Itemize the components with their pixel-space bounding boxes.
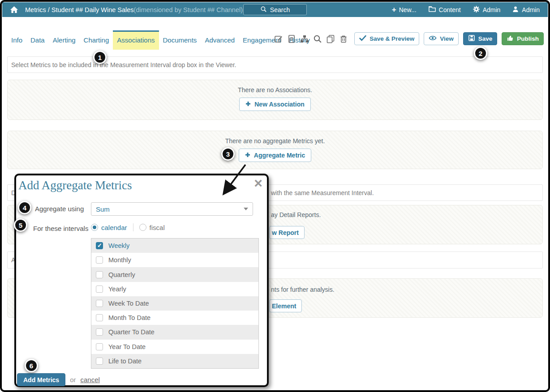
interval-row-quarterly[interactable]: Quarterly [91, 267, 258, 281]
toolbar-icons [274, 34, 348, 43]
breadcrumb-main: Metrics / Student ## Daily Wine Sales [25, 6, 134, 13]
step-circle-5: 5 [14, 218, 27, 232]
new-association-label: New Association [254, 101, 305, 108]
search-label: Search [270, 6, 290, 13]
save-button[interactable]: Save [463, 32, 498, 45]
checkbox-icon[interactable] [96, 271, 103, 278]
new-menu[interactable]: + New... [392, 6, 417, 13]
top-header: Metrics / Student ## Daily Wine Sales(di… [2, 2, 548, 17]
tab-documents[interactable]: Documents [159, 30, 201, 50]
interval-row-year-to-date[interactable]: Year To Date [91, 340, 258, 354]
thumbs-up-icon [507, 34, 514, 43]
check-icon [359, 35, 366, 43]
save-preview-label: Save & Preview [370, 35, 414, 42]
plus-icon [245, 152, 250, 159]
modal-footer: Add Metrics or cancel [17, 373, 100, 386]
breadcrumb-dimension: (dimensioned by Student ## Channel) [134, 6, 243, 13]
interval-row-yearly[interactable]: Yearly [91, 282, 258, 296]
copy-icon[interactable] [326, 34, 335, 43]
checkbox-icon[interactable] [96, 358, 103, 365]
step-circle-1: 1 [93, 51, 107, 64]
breadcrumb: Metrics / Student ## Daily Wine Sales(di… [25, 6, 243, 13]
new-element-button-fragment[interactable]: Element [269, 299, 302, 312]
step-circle-6: 6 [25, 359, 38, 372]
aggregate-using-select[interactable]: Sum [91, 202, 253, 216]
new-report-label-fragment: w Report [272, 229, 299, 236]
home-icon[interactable] [10, 6, 18, 13]
checkbox-icon[interactable] [96, 256, 103, 264]
tab-advanced[interactable]: Advanced [201, 30, 239, 50]
interval-label: Quarterly [108, 271, 135, 278]
edit-icon[interactable] [274, 34, 283, 43]
plus-icon [245, 101, 251, 108]
content-folder-icon [428, 5, 436, 14]
sitemap-icon[interactable] [300, 34, 309, 43]
tab-alerting[interactable]: Alerting [49, 30, 80, 50]
fiscal-radio-label[interactable]: fiscal [150, 224, 165, 231]
interval-label: Month To Date [108, 314, 150, 321]
gear-icon [473, 5, 480, 14]
step-circle-2: 2 [474, 47, 487, 60]
interval-row-life-to-date[interactable]: Life to Date [91, 354, 258, 368]
new-element-label-fragment: Element [272, 303, 296, 310]
interval-row-week-to-date[interactable]: Week To Date [91, 296, 258, 311]
cancel-link[interactable]: cancel [80, 376, 99, 383]
content-menu[interactable]: Content [428, 5, 461, 14]
new-report-button-fragment[interactable]: w Report [269, 226, 305, 239]
interval-row-weekly[interactable]: Weekly [91, 239, 258, 253]
content-label: Content [439, 6, 461, 13]
publish-label: Publish [517, 35, 539, 42]
interval-row-monthly[interactable]: Monthly [91, 253, 258, 267]
user-icon [512, 5, 519, 14]
add-metrics-button[interactable]: Add Metrics [17, 373, 65, 386]
search-button[interactable]: Search [243, 4, 307, 15]
close-icon[interactable]: × [254, 175, 262, 191]
document-icon[interactable] [287, 34, 296, 43]
tab-charting[interactable]: Charting [80, 30, 113, 50]
interval-type-radios: calendar fiscal [91, 223, 165, 231]
aggregate-using-value: Sum [96, 205, 244, 213]
tab-info[interactable]: Info [7, 30, 26, 50]
chevron-down-icon [244, 208, 248, 210]
calendar-radio-label[interactable]: calendar [101, 224, 127, 231]
intro-text: Select Metrics to be included in the Mea… [11, 61, 236, 68]
radio-divider [133, 223, 133, 231]
trash-icon[interactable] [339, 34, 348, 43]
associations-panel: There are no Associations. New Associati… [7, 80, 543, 120]
publish-button[interactable]: Publish [502, 32, 544, 45]
reports-empty-text-fragment: ay Detail Reports. [271, 211, 321, 218]
tab-bar: Info Data Alerting Charting Associations… [7, 30, 314, 50]
interval-row-quarter-to-date[interactable]: Quarter To Date [91, 325, 258, 339]
aggregate-description-right-fragment: with the same Measurement Interval. [271, 189, 374, 196]
tab-associations[interactable]: Associations [113, 30, 159, 50]
interval-label: Life to Date [108, 358, 142, 365]
tab-data[interactable]: Data [26, 30, 49, 50]
checkbox-icon[interactable] [96, 328, 103, 336]
toolbar: Save & Preview View Save Publish [274, 32, 544, 45]
plus-icon: + [392, 6, 396, 13]
new-association-button[interactable]: New Association [239, 98, 311, 111]
save-preview-button[interactable]: Save & Preview [354, 32, 419, 45]
view-label: View [440, 35, 454, 42]
checkbox-icon[interactable] [96, 300, 103, 307]
checkbox-checked-icon[interactable] [96, 242, 103, 249]
search-icon [260, 6, 267, 14]
calendar-radio[interactable] [91, 224, 98, 231]
add-aggregate-metrics-modal: Add Aggregate Metrics × Aggregate using … [14, 174, 269, 387]
checkbox-icon[interactable] [96, 314, 103, 321]
magnifier-icon[interactable] [313, 34, 322, 43]
aggregate-metric-label: Aggregate Metric [254, 152, 305, 159]
fiscal-radio[interactable] [139, 224, 146, 231]
eye-icon [429, 35, 437, 43]
interval-label: Monthly [108, 256, 131, 264]
aggregate-metric-button[interactable]: Aggregate Metric [239, 149, 311, 162]
user-menu[interactable]: Admin [512, 5, 540, 14]
intervals-label: For these intervals [33, 225, 88, 232]
view-button[interactable]: View [424, 32, 459, 45]
checkbox-icon[interactable] [96, 343, 103, 350]
checkbox-icon[interactable] [96, 285, 103, 293]
interval-row-month-to-date[interactable]: Month To Date [91, 311, 258, 325]
aggregate-using-label: Aggregate using [35, 205, 84, 213]
new-label: New... [399, 6, 417, 13]
admin-menu[interactable]: Admin [473, 5, 501, 14]
